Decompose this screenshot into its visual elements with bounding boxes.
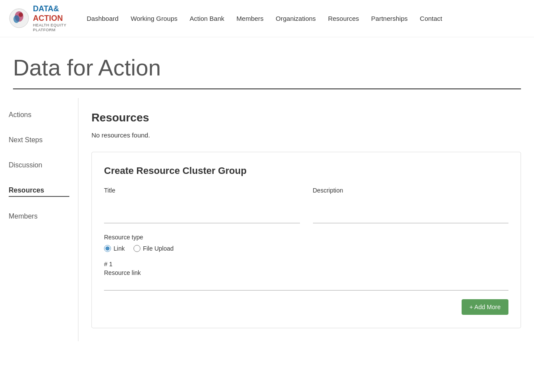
nav-action-bank[interactable]: Action Bank	[190, 15, 225, 22]
logo-sub2: PLATFORM	[33, 28, 66, 33]
form-group-title: Title	[104, 187, 300, 223]
nav-organizations[interactable]: Organizations	[276, 15, 316, 22]
radio-link-input[interactable]	[104, 245, 111, 252]
add-more-button[interactable]: + Add More	[462, 299, 508, 315]
no-resources-text: No resources found.	[91, 131, 521, 139]
form-row-title-desc: Title Description	[104, 187, 508, 223]
description-input[interactable]	[313, 197, 509, 223]
add-more-row: + Add More	[104, 299, 508, 315]
title-input[interactable]	[104, 197, 300, 223]
resource-link-input[interactable]	[104, 280, 508, 291]
sidebar-item-members[interactable]: Members	[9, 212, 69, 222]
radio-group: Link File Upload	[104, 245, 508, 252]
title-divider	[13, 88, 521, 89]
radio-file-upload-input[interactable]	[134, 245, 140, 252]
nav-contact[interactable]: Contact	[420, 15, 443, 22]
page-title: Data for Action	[13, 55, 521, 81]
sidebar-item-resources[interactable]: Resources	[9, 186, 69, 197]
radio-file-upload[interactable]: File Upload	[134, 245, 174, 252]
resource-link-section: # 1 Resource link	[104, 261, 508, 291]
nav-partnerships[interactable]: Partnerships	[371, 15, 407, 22]
main-nav: Dashboard Working Groups Action Bank Mem…	[87, 15, 525, 22]
nav-dashboard[interactable]: Dashboard	[87, 15, 118, 22]
title-label: Title	[104, 187, 300, 194]
radio-link-label: Link	[114, 245, 125, 252]
header: DATA& ACTION HEALTH EQUITY PLATFORM Dash…	[0, 0, 534, 37]
main-layout: Actions Next Steps Discussion Resources …	[0, 98, 534, 341]
logo-action: ACTION	[33, 14, 66, 23]
sidebar-item-discussion[interactable]: Discussion	[9, 161, 69, 171]
page-title-section: Data for Action	[0, 37, 534, 98]
create-resource-title: Create Resource Cluster Group	[104, 165, 508, 176]
create-resource-card: Create Resource Cluster Group Title Desc…	[91, 152, 521, 328]
resource-type-section: Resource type Link File Upload	[104, 234, 508, 252]
nav-working-groups[interactable]: Working Groups	[130, 15, 177, 22]
svg-point-2	[13, 15, 20, 23]
sidebar-item-next-steps[interactable]: Next Steps	[9, 136, 69, 146]
resource-number: # 1	[104, 261, 508, 268]
resource-link-label: Resource link	[104, 269, 508, 276]
logo-sub1: HEALTH EQUITY	[33, 23, 66, 28]
logo-data-and: DATA&	[33, 4, 66, 14]
nav-resources[interactable]: Resources	[328, 15, 359, 22]
form-group-description: Description	[313, 187, 509, 223]
resource-type-label: Resource type	[104, 234, 508, 241]
nav-members[interactable]: Members	[237, 15, 264, 22]
sidebar: Actions Next Steps Discussion Resources …	[0, 98, 78, 341]
content-area: Resources No resources found. Create Res…	[78, 98, 534, 341]
logo-icon	[9, 8, 29, 29]
logo[interactable]: DATA& ACTION HEALTH EQUITY PLATFORM	[9, 4, 74, 33]
radio-file-upload-label: File Upload	[143, 245, 174, 252]
svg-point-3	[19, 13, 23, 17]
radio-link[interactable]: Link	[104, 245, 125, 252]
logo-text: DATA& ACTION HEALTH EQUITY PLATFORM	[33, 4, 66, 33]
resources-heading: Resources	[91, 111, 521, 124]
description-label: Description	[313, 187, 509, 194]
sidebar-item-actions[interactable]: Actions	[9, 111, 69, 121]
